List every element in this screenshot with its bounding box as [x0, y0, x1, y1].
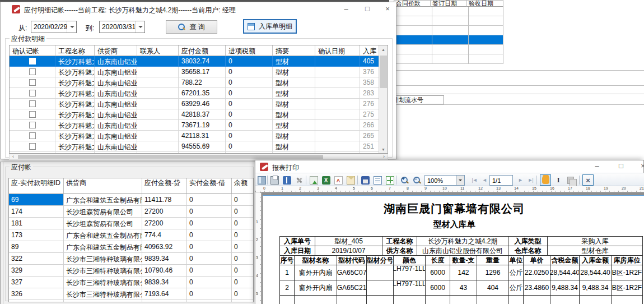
plan-serial-field[interactable]: 计划流水号 — [391, 95, 444, 104]
payable-row[interactable]: 长沙万科魅力...山东南山铝业...73671.190型材266 — [10, 120, 388, 131]
single-page-view-icon[interactable] — [372, 175, 382, 185]
contracts-row[interactable] — [394, 26, 503, 35]
column-header[interactable]: 验收日期 — [467, 1, 503, 7]
maximize-button[interactable]: □ — [360, 4, 375, 14]
minimize-button[interactable]: – — [339, 4, 353, 14]
column-header[interactable]: 供货商 — [95, 45, 137, 56]
contracts-row[interactable] — [394, 16, 503, 26]
scrollbar-thumb[interactable] — [18, 155, 323, 159]
save-icon[interactable] — [360, 175, 370, 185]
column-header[interactable]: 应付金额 — [179, 45, 226, 56]
payable-row[interactable]: 长沙万科魅力...山东南山铝业...38032.740型材405 — [10, 56, 388, 67]
contracts-table[interactable]: 合同价款签订日期验收日期 — [394, 0, 503, 64]
column-header[interactable]: 应付金额-贷 — [142, 178, 187, 194]
scroll-up-icon[interactable]: ▲ — [379, 45, 388, 54]
preview-area[interactable]: 12345 湖南巨晟门窗幕墙有限公司 型材入库单 入库单号型材_405工程名称长… — [255, 192, 644, 304]
stock-detail-button[interactable]: 入库单明细 — [243, 19, 297, 34]
export-excel-icon[interactable]: X — [321, 175, 331, 185]
vertical-scrollbar[interactable]: ▲ ▼ — [379, 45, 388, 154]
hand-tool-button[interactable] — [540, 174, 551, 186]
payables-row[interactable]: 长沙市三湘特种玻璃有限公司 — [9, 300, 253, 302]
page-setup-icon[interactable] — [282, 175, 292, 185]
chevron-down-icon[interactable] — [67, 21, 76, 33]
payable-row[interactable]: 长沙万科魅力...山东南山铝业...63929.460型材276 — [10, 99, 388, 109]
column-header[interactable]: 工程名称 — [55, 45, 95, 56]
column-header[interactable]: 签订日期 — [431, 1, 467, 7]
export-pdf-icon[interactable]: A — [333, 175, 343, 185]
next-page-icon[interactable]: ► — [515, 175, 525, 185]
column-header[interactable]: 应-实付款明细ID — [9, 178, 64, 194]
confirm-checkbox[interactable] — [29, 79, 36, 86]
panel-toggle-icon[interactable] — [256, 175, 267, 185]
chevron-down-icon[interactable] — [456, 176, 464, 185]
payables-row[interactable]: 326长沙市三湘特种玻璃有限公司7193.6400 — [9, 288, 253, 300]
to-date-combo[interactable]: 2020/03/31 — [99, 21, 145, 33]
close-button[interactable]: × — [380, 4, 395, 14]
scroll-left-icon[interactable]: ‹ — [10, 154, 17, 159]
text-select-button[interactable]: I — [553, 174, 564, 186]
confirm-checkbox[interactable] — [29, 111, 36, 118]
copy-button[interactable] — [565, 174, 576, 186]
minimize-button[interactable]: – — [590, 161, 604, 171]
column-header[interactable]: 确认日期 — [315, 45, 360, 56]
query-button[interactable]: 查 询 — [166, 20, 217, 34]
last-page-icon[interactable]: ►| — [525, 175, 535, 185]
column-header[interactable]: 合同价款 — [394, 1, 431, 7]
payable-row[interactable]: 长沙万科魅力...山东南山铝业...42818.370型材275 — [10, 109, 388, 120]
maximize-button[interactable]: □ — [614, 161, 628, 171]
confirm-checkbox[interactable] — [29, 100, 36, 107]
confirm-checkbox[interactable] — [29, 90, 36, 96]
contracts-row[interactable] — [394, 7, 503, 16]
payable-row[interactable]: 长沙万科魅力...山东南山铝业...67201.350型材283 — [10, 88, 388, 99]
close-button[interactable]: × — [636, 161, 644, 171]
close-preview-button[interactable]: × — [582, 174, 594, 186]
first-page-icon[interactable]: |◄ — [469, 175, 479, 185]
confirm-checkbox[interactable] — [29, 68, 36, 75]
contracts-row[interactable] — [394, 35, 503, 45]
chevron-down-icon[interactable] — [135, 21, 144, 33]
confirm-checkbox[interactable] — [29, 58, 36, 65]
payables-row[interactable]: 69广东合和建筑五金制品有限公司11411.7800 — [9, 194, 253, 206]
payable-row[interactable]: 长沙万科魅力...山东南山铝业...788.220型材358 — [10, 77, 388, 88]
scroll-down-icon[interactable]: ▼ — [379, 145, 388, 154]
column-header[interactable]: 进项税额 — [226, 45, 273, 56]
properties-icon[interactable] — [294, 175, 304, 185]
report-window-titlebar[interactable]: 报表打印 – □ × — [255, 160, 643, 173]
export-icon[interactable] — [309, 175, 319, 185]
column-header[interactable]: 实付金额-借 — [187, 178, 232, 194]
prev-page-icon[interactable]: ◄ — [479, 175, 489, 185]
confirm-checkbox[interactable] — [29, 122, 36, 128]
column-header[interactable]: 联系人 — [137, 45, 179, 56]
scrollbar-thumb[interactable] — [380, 56, 387, 88]
page-number-box[interactable]: 1/1 — [489, 175, 513, 186]
from-date-combo[interactable]: 2020/02/29 — [31, 21, 77, 33]
payables-row[interactable]: 173广东合和建筑五金制品有限公司774.400 — [9, 229, 253, 241]
contracts-row[interactable] — [394, 54, 503, 64]
confirm-checkbox[interactable] — [29, 143, 36, 150]
payable-row[interactable]: 长沙万科魅力...山东南山铝业...35658.170型材376 — [10, 67, 388, 77]
column-header[interactable]: 入库 — [360, 45, 380, 56]
payable-row[interactable]: 长沙万科魅力...山东南山铝业...94555.690型材251 — [10, 141, 388, 152]
column-header[interactable]: 确认记帐 — [10, 45, 55, 56]
zoom-in-icon[interactable]: + — [399, 175, 409, 185]
column-header[interactable]: 余额 — [232, 178, 254, 194]
column-header[interactable]: 供货商 — [64, 178, 142, 194]
payables-row[interactable]: 89广东合和建筑五金制品有限公司40963.9200 — [9, 241, 253, 253]
payables-row[interactable]: 181长沙坦森贸易有限公司2720000 — [9, 218, 253, 229]
zoom-out-icon[interactable]: − — [412, 175, 422, 185]
confirm-checkbox[interactable] — [29, 132, 36, 139]
payables-row[interactable]: 322长沙市三湘特种玻璃有限公司9839.3400 — [9, 253, 253, 265]
send-mail-icon[interactable] — [346, 175, 356, 185]
contracts-row[interactable] — [394, 45, 503, 54]
horizontal-scrollbar[interactable]: ‹ › — [9, 154, 388, 160]
payable-window-titlebar[interactable]: 应付明细记帐------当前工程: 长沙万科魅力之城4.2期------当前用户… — [1, 2, 396, 16]
payable-row[interactable]: 长沙万科魅力...山东南山铝业...42118.310型材265 — [10, 131, 388, 141]
payables-row[interactable]: 329长沙市三湘特种玻璃有限公司10790.4600 — [9, 265, 253, 277]
payables-row[interactable]: 174长沙坦森贸易有限公司2720000 — [9, 206, 253, 218]
zoom-combo[interactable]: 100% — [424, 175, 465, 186]
multi-page-view-icon[interactable] — [385, 175, 395, 185]
column-header[interactable]: 摘要 — [273, 45, 315, 56]
scroll-right-icon[interactable]: › — [380, 154, 388, 159]
print-icon[interactable] — [269, 175, 279, 185]
payables-row[interactable]: 327长沙市三湘特种玻璃有限公司9839.3400 — [9, 277, 253, 288]
